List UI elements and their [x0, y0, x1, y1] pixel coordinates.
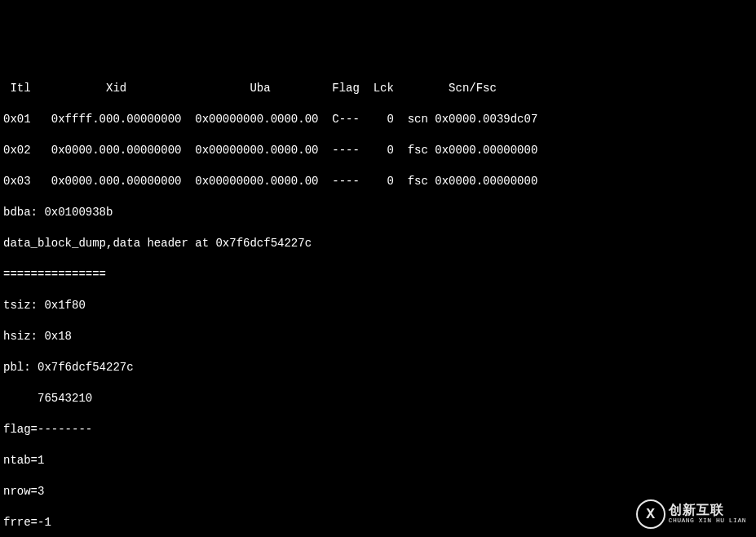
- dump-line: ntab=1: [3, 453, 753, 468]
- dump-line: pbl: 0x7f6dcf54227c: [3, 360, 753, 375]
- dump-line: 76543210: [3, 391, 753, 406]
- itl-row-0: 0x01 0xffff.000.00000000 0x00000000.0000…: [3, 112, 753, 127]
- itl-row-1: 0x02 0x0000.000.00000000 0x00000000.0000…: [3, 143, 753, 158]
- watermark-text-block: 创新互联 CHUANG XIN HU LIAN: [669, 504, 746, 524]
- itl-header-line: Itl Xid Uba Flag Lck Scn/Fsc: [3, 81, 753, 96]
- dump-line: data_block_dump,data header at 0x7f6dcf5…: [3, 236, 753, 251]
- dump-line: bdba: 0x0100938b: [3, 205, 753, 220]
- dump-line: ===============: [3, 267, 753, 282]
- watermark-cn-text: 创新互联: [669, 504, 746, 517]
- dump-line: flag=--------: [3, 422, 753, 437]
- dump-line: hsiz: 0x18: [3, 329, 753, 344]
- watermark-icon-text: X: [646, 507, 655, 522]
- watermark: X 创新互联 CHUANG XIN HU LIAN: [636, 499, 746, 529]
- watermark-logo-icon: X: [636, 499, 665, 529]
- dump-line: tsiz: 0x1f80: [3, 298, 753, 313]
- terminal-output: Itl Xid Uba Flag Lck Scn/Fsc 0x01 0xffff…: [3, 65, 753, 537]
- dump-line: nrow=3: [3, 484, 753, 499]
- watermark-en-text: CHUANG XIN HU LIAN: [669, 517, 746, 524]
- itl-row-2: 0x03 0x0000.000.00000000 0x00000000.0000…: [3, 174, 753, 189]
